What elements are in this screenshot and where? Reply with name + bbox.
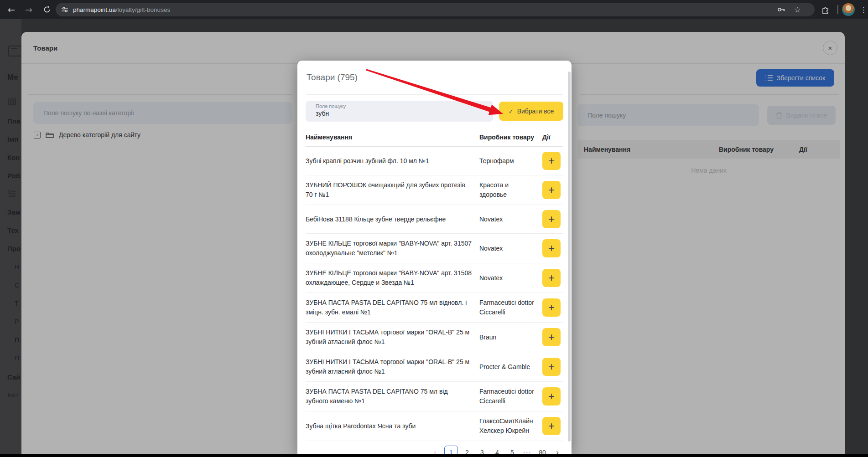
site-info-icon[interactable] bbox=[61, 6, 68, 13]
save-list-button[interactable]: Зберегти список bbox=[756, 69, 834, 87]
select-all-button[interactable]: ✓ Вибрати все bbox=[499, 102, 563, 121]
grid-icon bbox=[8, 98, 16, 105]
sidebar-subitem: П bbox=[15, 354, 19, 362]
modal-title: Товари bbox=[33, 32, 57, 64]
sidebar-subitem: Н bbox=[15, 263, 19, 271]
products-table-header: Найменування Виробник товару Дії bbox=[306, 132, 563, 147]
product-name: ЗУБНЕ КІЛЬЦЕ торгової марки "BABY-NOVA" … bbox=[306, 268, 472, 288]
table-row: ЗУБНІ НИТКИ І ТАСЬМА торгової марки "ORA… bbox=[306, 352, 563, 382]
product-manufacturer: Braun bbox=[479, 333, 535, 342]
sidebar-subitem: Р bbox=[15, 318, 19, 325]
table-row: ЗУБНЕ КІЛЬЦЕ торгової марки "BABY-NOVA" … bbox=[306, 234, 563, 263]
column-actions: Дії bbox=[542, 134, 563, 141]
toolbar-separator bbox=[837, 5, 838, 14]
list-icon bbox=[8, 190, 16, 197]
delete-all-button[interactable]: Видалити все bbox=[767, 106, 836, 125]
product-manufacturer: Красота и здоровье bbox=[479, 180, 535, 200]
product-name: ЗУБНИЙ ПОРОШОК очищающий для зубних прот… bbox=[306, 180, 472, 200]
add-product-button[interactable]: + bbox=[542, 181, 561, 199]
table-row: Зубні краплі розчин зубний фл. 10 мл №1 … bbox=[306, 147, 563, 175]
column-actions: Дії bbox=[799, 146, 834, 153]
sidebar-item: Зам bbox=[7, 208, 21, 216]
scrollbar-thumb[interactable] bbox=[568, 72, 571, 442]
column-name: Найменування bbox=[584, 146, 719, 153]
add-product-button[interactable]: + bbox=[542, 210, 561, 228]
sidebar-item: Інст bbox=[7, 391, 19, 399]
product-name: ЗУБНЕ КІЛЬЦЕ торгової марки "BABY-NOVA" … bbox=[306, 239, 472, 258]
column-manufacturer: Виробник товару bbox=[479, 134, 535, 141]
check-icon: ✓ bbox=[509, 108, 514, 115]
extensions-icon[interactable] bbox=[821, 5, 830, 14]
select-all-label: Вибрати все bbox=[517, 108, 554, 115]
add-product-button[interactable]: + bbox=[542, 152, 561, 170]
category-search-input[interactable] bbox=[33, 102, 292, 124]
add-product-button[interactable]: + bbox=[542, 358, 561, 376]
sidebar-item: Пла bbox=[7, 117, 21, 125]
unordered-list-icon bbox=[765, 75, 773, 81]
products-popup: Товари (795) Поле пошуку зубн ✓ Вибрати … bbox=[297, 61, 572, 454]
product-name: ЗУБНА ПАСТА PASTA DEL CAPITANO 75 мл від… bbox=[306, 387, 472, 406]
password-key-icon[interactable] bbox=[777, 6, 785, 13]
product-manufacturer: Procter & Gamble bbox=[479, 362, 535, 372]
category-tree-item[interactable]: + Дерево категорій для сайту bbox=[34, 131, 140, 139]
browser-menu-icon[interactable]: ⋮ bbox=[859, 0, 868, 19]
sidebar-item: Про bbox=[7, 245, 21, 252]
add-product-button[interactable]: + bbox=[542, 239, 561, 257]
browser-toolbar: ← → pharmapoint.ua/loyalty/gift-bonuses bbox=[0, 0, 868, 19]
profile-avatar[interactable] bbox=[842, 3, 855, 16]
sidebar-item: Кон bbox=[7, 154, 20, 161]
product-name: Зубні краплі розчин зубний фл. 10 мл №1 bbox=[306, 156, 472, 166]
trash-icon bbox=[776, 112, 782, 119]
product-manufacturer: ГлаксоСмитКлайн Хелскер Юкрейн bbox=[479, 416, 535, 436]
url-bar[interactable]: pharmapoint.ua/loyalty/gift-bonuses ☆ bbox=[56, 3, 815, 16]
tree-item-label: Дерево категорій для сайту bbox=[59, 131, 140, 139]
product-name: ЗУБНІ НИТКИ І ТАСЬМА торгової марки "ORA… bbox=[306, 328, 472, 347]
products-search-row: Поле пошуку зубн ✓ Вибрати все bbox=[306, 101, 563, 122]
forward-icon[interactable]: → bbox=[21, 0, 36, 19]
product-manufacturer: Novatex bbox=[479, 273, 535, 283]
table-row: ЗУБНИЙ ПОРОШОК очищающий для зубних прот… bbox=[306, 175, 563, 205]
products-search-label: Поле пошуку bbox=[316, 103, 493, 109]
admin-sidebar-clipped: Ме Пла Імп Кон Роб Зам Тех Про Н С bbox=[0, 19, 21, 454]
add-product-button[interactable]: + bbox=[542, 269, 561, 287]
add-product-button[interactable]: + bbox=[542, 298, 561, 317]
products-search-field[interactable]: Поле пошуку зубн bbox=[306, 101, 493, 122]
table-row: БебіНова 31188 Кільце зубне тверде рельє… bbox=[306, 205, 563, 234]
back-icon[interactable]: ← bbox=[4, 0, 19, 19]
product-manufacturer: Farmaceutici dottor Ciccarelli bbox=[479, 387, 535, 406]
table-row: ЗУБНІ НИТКИ І ТАСЬМА торгової марки "ORA… bbox=[306, 323, 563, 352]
tree-expand-icon[interactable]: + bbox=[34, 132, 41, 139]
url-host: pharmapoint.ua bbox=[73, 6, 116, 13]
folder-icon bbox=[46, 132, 54, 139]
product-name: ЗУБНА ПАСТА PASTA DEL CAPITANO 75 мл від… bbox=[306, 298, 472, 317]
sidebar-item: Ме bbox=[7, 73, 18, 82]
table-row: Зубна щітка Parodontax Ясна та зуби Глак… bbox=[306, 411, 563, 441]
logo-icon bbox=[8, 46, 21, 56]
add-product-button[interactable]: + bbox=[542, 417, 561, 435]
save-list-label: Зберегти список bbox=[777, 74, 825, 82]
empty-state-text: Нема даних bbox=[577, 159, 840, 182]
product-manufacturer: Novatex bbox=[479, 244, 535, 253]
close-icon[interactable]: × bbox=[823, 41, 837, 55]
product-name: БебіНова 31188 Кільце зубне тверде рельє… bbox=[306, 215, 472, 224]
add-product-button[interactable]: + bbox=[542, 328, 561, 346]
table-row: ЗУБНЕ КІЛЬЦЕ торгової марки "BABY-NOVA" … bbox=[306, 263, 563, 293]
reload-icon[interactable] bbox=[39, 0, 55, 19]
divider bbox=[27, 94, 292, 95]
sidebar-item: Тех bbox=[7, 226, 19, 234]
bookmark-star-icon[interactable]: ☆ bbox=[794, 3, 801, 16]
table-row: ЗУБНА ПАСТА PASTA DEL CAPITANO 75 мл від… bbox=[306, 382, 563, 411]
sidebar-item: Сай bbox=[7, 373, 21, 381]
product-manufacturer: Тернофарм bbox=[479, 156, 535, 166]
url-text[interactable]: pharmapoint.ua/loyalty/gift-bonuses bbox=[73, 3, 170, 16]
divider bbox=[581, 94, 839, 95]
sidebar-item: Імп bbox=[7, 135, 18, 143]
delete-all-label: Видалити все bbox=[786, 112, 826, 119]
sidebar-item: Роб bbox=[7, 172, 20, 180]
add-product-button[interactable]: + bbox=[542, 387, 561, 406]
screen: ← → pharmapoint.ua/loyalty/gift-bonuses bbox=[0, 0, 868, 457]
selected-search-input[interactable] bbox=[577, 104, 759, 126]
product-name: ЗУБНІ НИТКИ І ТАСЬМА торгової марки "ORA… bbox=[306, 357, 472, 376]
column-manufacturer: Виробник товару bbox=[719, 146, 799, 153]
products-search-value: зубн bbox=[316, 110, 493, 117]
